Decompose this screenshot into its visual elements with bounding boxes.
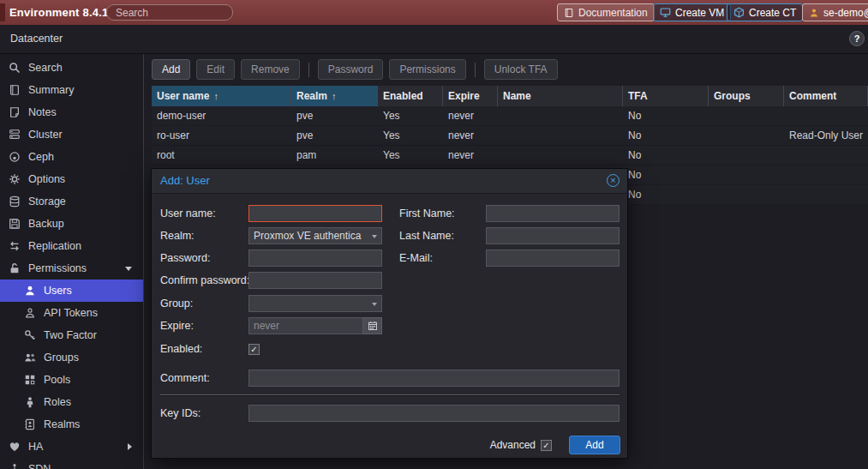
password-button[interactable]: Password xyxy=(318,59,384,80)
dialog-header[interactable]: Add: User × xyxy=(152,169,627,194)
ceph-icon xyxy=(9,151,21,163)
calendar-button[interactable] xyxy=(363,317,382,334)
add-submit-button[interactable]: Add xyxy=(569,436,620,454)
column-header-username[interactable]: User name↑ xyxy=(152,86,291,106)
confirm-password-input[interactable] xyxy=(248,272,382,289)
user-menu-button[interactable]: se-demo@p xyxy=(802,3,868,21)
username-input[interactable] xyxy=(248,205,382,222)
table-cell xyxy=(709,185,784,204)
table-cell: Yes xyxy=(378,106,443,125)
table-cell: demo-user xyxy=(152,106,291,125)
chevron-down-icon xyxy=(372,235,377,238)
advanced-checkbox[interactable]: ✓ xyxy=(541,440,552,451)
sidebar-item-notes[interactable]: Notes xyxy=(0,101,143,123)
global-search-input[interactable] xyxy=(106,4,233,21)
last-name-input[interactable] xyxy=(486,227,620,244)
comment-input[interactable] xyxy=(248,370,620,387)
check-icon: ✓ xyxy=(542,441,549,450)
edit-button[interactable]: Edit xyxy=(196,59,235,80)
sidebar-item-storage[interactable]: Storage xyxy=(0,190,143,213)
add-user-dialog: Add: User × User name: First Name: Realm… xyxy=(151,168,628,459)
table-cell xyxy=(709,146,784,165)
sidebar-item-two-factor[interactable]: Two Factor xyxy=(0,324,143,346)
group-select[interactable] xyxy=(248,295,382,312)
sidebar-item-label: Notes xyxy=(28,106,57,118)
column-header-realm[interactable]: Realm↑ xyxy=(291,86,378,106)
expire-input[interactable] xyxy=(248,317,363,334)
sidebar: Search Summary Notes Cluster Ceph Option… xyxy=(0,54,144,469)
table-cell: Yes xyxy=(378,146,443,165)
dialog-close-button[interactable]: × xyxy=(607,174,620,187)
users-toolbar: Add Edit Remove Password Permissions Unl… xyxy=(152,58,861,81)
comment-label: Comment: xyxy=(160,372,248,384)
permissions-button[interactable]: Permissions xyxy=(389,59,465,80)
table-cell xyxy=(784,106,868,125)
first-name-input[interactable] xyxy=(486,205,620,222)
dialog-footer: Advanced ✓ Add xyxy=(152,432,627,458)
realm-select[interactable]: Proxmox VE authentica xyxy=(248,227,382,244)
sidebar-item-search[interactable]: Search xyxy=(0,57,143,79)
sidebar-item-options[interactable]: Options xyxy=(0,168,143,190)
remove-button[interactable]: Remove xyxy=(241,59,300,80)
column-header-enabled[interactable]: Enabled xyxy=(378,86,443,106)
add-button[interactable]: Add xyxy=(152,59,190,80)
table-row[interactable]: rootpamYesneverNo xyxy=(152,146,868,165)
sidebar-item-cluster[interactable]: Cluster xyxy=(0,123,143,146)
table-cell: Read-Only User xyxy=(784,126,868,145)
sidebar-item-realms[interactable]: Realms xyxy=(0,413,143,436)
table-row[interactable]: ro-userpveYesneverNoRead-Only User xyxy=(152,126,868,146)
sidebar-item-pools[interactable]: Pools xyxy=(0,369,143,391)
breadcrumb-bar: Datacenter ? xyxy=(0,25,868,54)
column-header-expire[interactable]: Expire xyxy=(443,86,498,106)
sidebar-item-groups[interactable]: Groups xyxy=(0,346,143,369)
confirm-password-label: Confirm password: xyxy=(160,274,248,286)
table-cell: root xyxy=(152,146,291,165)
first-name-label: First Name: xyxy=(399,207,486,219)
unlock-tfa-button[interactable]: Unlock TFA xyxy=(484,59,558,80)
sidebar-item-backup[interactable]: Backup xyxy=(0,213,143,235)
container-cube-icon xyxy=(733,7,745,18)
column-header-name[interactable]: Name xyxy=(498,86,623,106)
sidebar-item-permissions[interactable]: Permissions xyxy=(0,257,143,280)
check-icon: ✓ xyxy=(250,345,257,354)
sidebar-item-ceph[interactable]: Ceph xyxy=(0,146,143,168)
table-cell xyxy=(709,106,784,125)
enabled-checkbox[interactable]: ✓ xyxy=(248,344,260,355)
server-icon xyxy=(9,129,21,141)
table-row[interactable]: demo-userpveYesneverNo xyxy=(152,106,868,126)
sidebar-item-roles[interactable]: Roles xyxy=(0,391,143,413)
dialog-title: Add: User xyxy=(160,169,210,193)
user-icon xyxy=(809,8,819,18)
group-label: Group: xyxy=(160,298,248,310)
sidebar-item-summary[interactable]: Summary xyxy=(0,79,143,101)
sidebar-item-label: Options xyxy=(28,173,65,185)
sidebar-item-ha[interactable]: HA xyxy=(0,436,143,458)
sidebar-item-label: Storage xyxy=(28,195,66,207)
sidebar-item-label: Roles xyxy=(44,396,71,408)
password-input[interactable] xyxy=(248,250,382,267)
create-ct-button[interactable]: Create CT xyxy=(727,3,803,21)
sidebar-item-users[interactable]: Users xyxy=(0,280,143,302)
user-icon xyxy=(24,285,36,297)
sidebar-item-sdn[interactable]: SDN xyxy=(0,458,143,469)
sidebar-item-label: Ceph xyxy=(28,151,54,163)
column-header-tfa[interactable]: TFA xyxy=(623,86,709,106)
table-cell: Yes xyxy=(378,126,443,145)
key-icon xyxy=(24,329,36,341)
sidebar-item-api-tokens[interactable]: API Tokens xyxy=(0,302,143,324)
column-header-groups[interactable]: Groups xyxy=(709,86,784,106)
documentation-button[interactable]: Documentation xyxy=(557,3,655,21)
heart-icon xyxy=(9,441,21,453)
help-button[interactable]: ? xyxy=(849,31,865,46)
column-header-comment[interactable]: Comment xyxy=(784,86,868,106)
create-vm-button[interactable]: Create VM xyxy=(653,3,731,21)
table-cell: No xyxy=(623,106,709,125)
email-input[interactable] xyxy=(486,250,620,267)
top-header: Environment 8.4.14 Documentation Create … xyxy=(0,0,868,25)
search-icon xyxy=(9,62,21,74)
keyids-input[interactable] xyxy=(248,405,620,422)
table-cell: never xyxy=(443,126,498,145)
users-icon xyxy=(24,352,36,364)
sidebar-item-replication[interactable]: Replication xyxy=(0,235,143,257)
table-cell: ro-user xyxy=(152,126,291,145)
